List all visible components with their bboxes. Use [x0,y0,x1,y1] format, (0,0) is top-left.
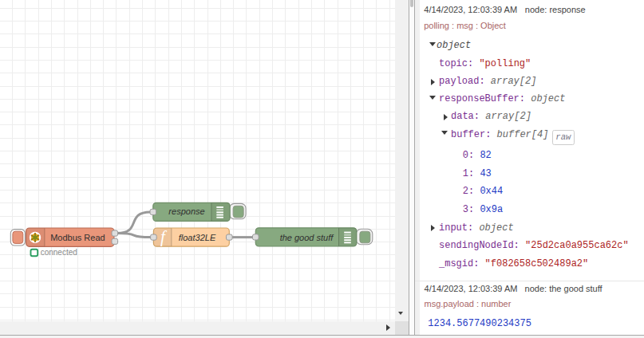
svg-text:the good stuff: the good stuff [280,233,334,242]
svg-text:Modbus Read: Modbus Read [50,233,105,242]
svg-text:connected: connected [41,248,77,257]
svg-text:response: response [168,206,204,216]
svg-text:float32LE: float32LE [179,233,216,242]
